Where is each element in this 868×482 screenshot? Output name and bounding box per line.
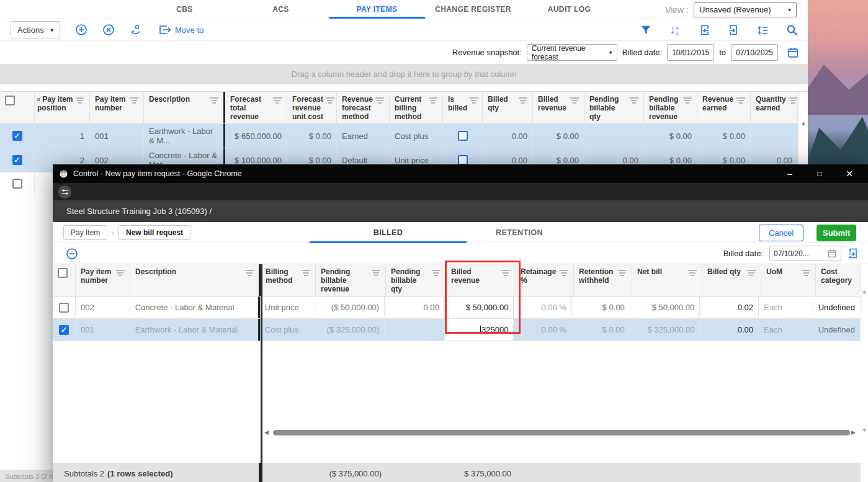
- is-billed-checkbox[interactable]: [458, 155, 468, 165]
- remove-row-icon[interactable]: [66, 248, 78, 260]
- view-select[interactable]: Unsaved (Revenue) ▾: [694, 2, 797, 17]
- actions-button[interactable]: Actions ▾: [11, 21, 60, 38]
- pay-item-chip[interactable]: Pay Item: [63, 225, 107, 240]
- scroll-up-icon[interactable]: ▲: [801, 120, 806, 126]
- column-filter-icon[interactable]: [245, 270, 254, 276]
- revenue-snapshot-select[interactable]: Current revenue forecast ▾: [527, 44, 617, 61]
- tab-billed[interactable]: BILLED: [310, 222, 467, 243]
- calendar-icon[interactable]: [827, 249, 837, 259]
- cell-description: Concrete - Labor & Material: [130, 297, 260, 318]
- scroll-right-icon[interactable]: ▶: [851, 429, 859, 435]
- horizontal-scrollbar[interactable]: ◀ ▶: [264, 427, 859, 437]
- export-view-icon[interactable]: [727, 24, 740, 37]
- minimize-button[interactable]: –: [777, 164, 802, 183]
- top-nav-bar: CBS ACS PAY ITEMS CHANGE REGISTER AUDIT …: [0, 0, 808, 19]
- column-filter-icon[interactable]: [618, 270, 627, 276]
- cell-pending-billable-qty: [385, 319, 445, 341]
- tab-change-register[interactable]: CHANGE REGISTER: [425, 0, 521, 19]
- row-height-icon[interactable]: [756, 24, 769, 37]
- column-filter-icon[interactable]: [210, 97, 218, 104]
- vertical-scrollbar[interactable]: ▲ ▼: [861, 287, 868, 435]
- select-all-checkbox[interactable]: [5, 96, 15, 105]
- is-billed-checkbox[interactable]: [458, 131, 468, 141]
- column-filter-icon[interactable]: [683, 97, 692, 104]
- scrollbar-thumb[interactable]: [273, 430, 850, 435]
- row-checkbox[interactable]: ✓: [12, 155, 22, 165]
- column-filter-icon[interactable]: [501, 270, 510, 276]
- close-button[interactable]: ✕: [837, 164, 862, 183]
- cancel-circle-icon[interactable]: [102, 24, 115, 36]
- column-filter-icon[interactable]: [736, 97, 745, 104]
- scroll-left-icon[interactable]: ◀: [264, 429, 272, 435]
- column-filter-icon[interactable]: [302, 270, 310, 276]
- cell-retention-withheld: $ 0.00: [572, 297, 630, 318]
- column-filter-icon[interactable]: [432, 270, 441, 276]
- column-filter-icon[interactable]: [116, 270, 125, 276]
- cell-description: Earthwork - Labor & M...: [144, 124, 225, 148]
- row-checkbox[interactable]: [59, 303, 69, 313]
- cell-billed-revenue[interactable]: $ 50,000.00: [445, 297, 514, 318]
- billed-revenue-edit-cell[interactable]: 325000: [445, 319, 514, 341]
- column-filter-icon[interactable]: [375, 97, 384, 104]
- import-view-icon[interactable]: [698, 24, 710, 37]
- calendar-icon[interactable]: [787, 47, 799, 59]
- tab-retention[interactable]: RETENTION: [467, 222, 572, 243]
- column-filter-icon[interactable]: [326, 97, 334, 104]
- tune-sliders-icon[interactable]: [58, 185, 71, 199]
- scroll-up-icon[interactable]: ▲: [862, 289, 867, 295]
- tab-pay-items[interactable]: PAY ITEMS: [329, 0, 425, 19]
- tab-cbs[interactable]: CBS: [136, 0, 233, 19]
- group-by-bar[interactable]: Drag a column header and drop it here to…: [0, 64, 808, 84]
- row-checkbox[interactable]: ✓: [59, 325, 69, 335]
- cell-pay-item-position: 1: [35, 124, 90, 148]
- billed-date-from-input[interactable]: 10/01/2015: [667, 44, 714, 61]
- maximize-button[interactable]: □: [807, 164, 832, 183]
- row-checkbox[interactable]: ✓: [12, 131, 22, 141]
- filter-funnel-icon[interactable]: [640, 24, 652, 37]
- job-breadcrumb[interactable]: Steel Structure Training Job 3 (105093) …: [53, 200, 868, 222]
- col-header: Cost category: [821, 268, 855, 285]
- modal-tab-row: Pay Item › New bill request BILLED RETEN…: [53, 222, 868, 243]
- sort-az-icon[interactable]: AZ: [669, 24, 681, 37]
- column-filter-icon[interactable]: [470, 97, 478, 104]
- billed-date-to-input[interactable]: 07/10/2025: [731, 44, 778, 61]
- bill-row-001[interactable]: ✓ 001 Earthwork - Labor & Material Cost …: [53, 319, 861, 341]
- to-label: to: [719, 48, 726, 57]
- desktop-wallpaper: [808, 0, 868, 180]
- column-filter-icon[interactable]: [789, 97, 797, 104]
- window-title-bar[interactable]: Control - New pay item request - Google …: [53, 164, 868, 183]
- cell-pending-billable-qty: 0.00: [385, 297, 445, 318]
- submit-button[interactable]: Submit: [817, 225, 856, 241]
- column-filter-icon[interactable]: [273, 97, 282, 104]
- cell-billed-qty[interactable]: 0.02: [700, 297, 759, 318]
- column-filter-icon[interactable]: [802, 270, 810, 276]
- tab-audit-log[interactable]: AUDIT LOG: [521, 0, 617, 19]
- col-header: Revenue earned: [702, 96, 734, 113]
- column-filter-icon[interactable]: [688, 270, 697, 276]
- column-filter-icon[interactable]: [372, 270, 380, 276]
- column-filter-icon[interactable]: [519, 97, 527, 104]
- column-filter-icon[interactable]: [130, 97, 138, 104]
- search-icon[interactable]: [785, 24, 798, 37]
- column-filter-icon[interactable]: [560, 270, 568, 276]
- column-filter-icon[interactable]: [429, 97, 437, 104]
- tab-acs[interactable]: ACS: [233, 0, 329, 19]
- move-to-button[interactable]: Move to: [158, 25, 204, 35]
- assign-user-icon[interactable]: [130, 24, 142, 36]
- billed-date-input[interactable]: 07/10/20...: [769, 246, 841, 261]
- column-filter-icon[interactable]: [630, 97, 638, 104]
- bill-row-002[interactable]: 002 Concrete - Labor & Material Unit pri…: [53, 297, 861, 319]
- cell-billed-qty[interactable]: 0.00: [700, 319, 759, 341]
- column-filter-icon[interactable]: [570, 97, 579, 104]
- grid-row-1[interactable]: ✓ 1 001 Earthwork - Labor & M... $ 650,0…: [0, 124, 798, 148]
- export-view-icon[interactable]: [848, 248, 859, 259]
- column-filter-icon[interactable]: [747, 270, 756, 276]
- new-bill-request-chip[interactable]: New bill request: [119, 225, 190, 240]
- column-filter-icon[interactable]: [76, 97, 84, 104]
- collapse-rows-icon[interactable]: »: [35, 97, 43, 101]
- scroll-down-icon[interactable]: ▼: [862, 427, 867, 433]
- select-all-checkbox[interactable]: [58, 268, 68, 278]
- add-icon[interactable]: [75, 24, 87, 36]
- cancel-button[interactable]: Cancel: [759, 225, 803, 241]
- row-checkbox[interactable]: [12, 179, 22, 189]
